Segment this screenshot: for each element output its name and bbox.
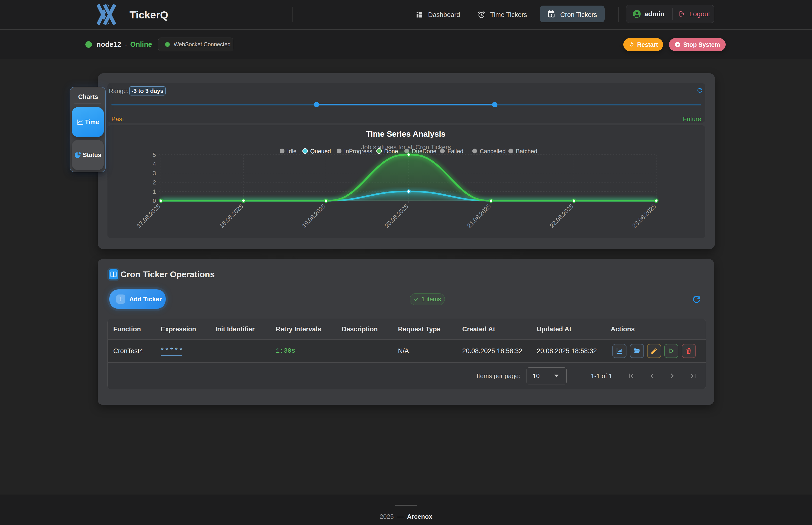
svg-text:17.08.2025: 17.08.2025: [135, 203, 162, 229]
svg-text:2: 2: [153, 179, 156, 186]
svg-text:1: 1: [153, 188, 156, 195]
svg-text:19.08.2025: 19.08.2025: [300, 203, 327, 229]
svg-text:Failed: Failed: [447, 148, 463, 154]
svg-text:3: 3: [153, 170, 156, 177]
svg-text:5: 5: [153, 151, 156, 158]
svg-text:21.08.2025: 21.08.2025: [466, 203, 492, 229]
svg-text:20.08.2025: 20.08.2025: [383, 203, 409, 229]
svg-text:Cancelled: Cancelled: [480, 148, 506, 154]
svg-text:Time Series Analysis: Time Series Analysis: [366, 130, 445, 138]
svg-text:23.08.2025: 23.08.2025: [631, 203, 657, 229]
svg-text:Done: Done: [384, 148, 398, 154]
svg-text:Queued: Queued: [310, 148, 331, 154]
svg-text:18.08.2025: 18.08.2025: [218, 203, 244, 229]
svg-text:22.08.2025: 22.08.2025: [548, 203, 575, 229]
svg-text:Batched: Batched: [516, 148, 537, 154]
svg-text:0: 0: [153, 197, 156, 204]
svg-text:InProgress: InProgress: [344, 148, 372, 154]
svg-text:Idle: Idle: [287, 148, 297, 154]
svg-text:4: 4: [153, 161, 156, 167]
